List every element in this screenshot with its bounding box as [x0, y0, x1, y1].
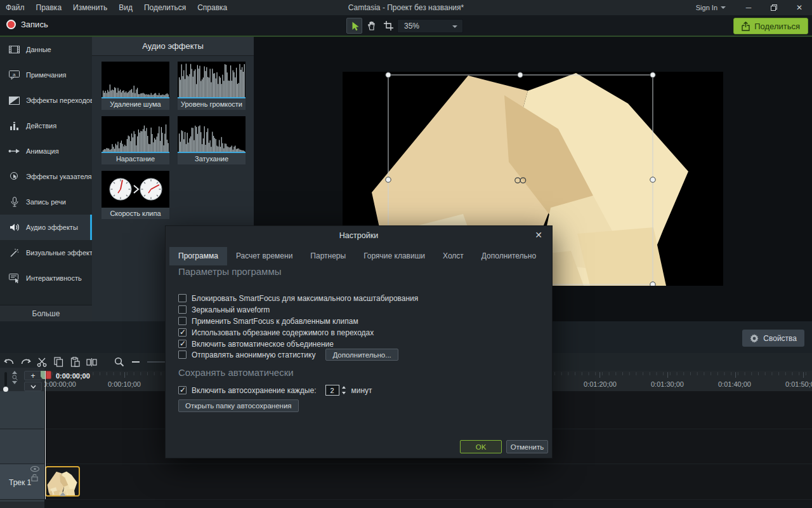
magic-wand-icon	[8, 248, 20, 258]
open-autosave-folder-button[interactable]: Открыть папку автосохранения	[178, 399, 299, 412]
svg-text:a: a	[13, 71, 16, 77]
checkbox-row[interactable]: Отправлять анонимную статистику Дополнит…	[178, 349, 398, 360]
ruler-label: 0:01:40;00	[718, 380, 751, 388]
timeline-scrollbar[interactable]	[0, 502, 812, 508]
checkbox[interactable]	[178, 305, 187, 314]
timeline-gutter: +	[0, 368, 44, 391]
autosave-checkbox-row[interactable]: Включить автосохранение каждые: 2 минут	[178, 385, 372, 396]
canvas-zoom-dropdown[interactable]: 35%	[397, 19, 463, 33]
camtasia-window: Camtasia - Проект без названия* Файл Пра…	[0, 0, 812, 508]
sidebar-item-audio-effects[interactable]: Аудио эффекты	[0, 215, 92, 240]
gear-icon	[750, 334, 759, 343]
checkbox[interactable]	[178, 340, 187, 348]
main-toolbar: Запись 35% Поделиться	[0, 15, 812, 37]
track-lock-icon[interactable]	[31, 472, 38, 484]
autosave-interval-stepper[interactable]	[341, 385, 346, 396]
microphone-icon	[8, 197, 20, 207]
dialog-close-icon[interactable]: ✕	[533, 230, 544, 240]
sidebar-item-cursor-effects[interactable]: Эффекты указателя	[0, 164, 92, 189]
checkbox-row[interactable]: Использовать обрезание содержимого в пер…	[178, 327, 374, 338]
interactivity-icon	[8, 274, 20, 283]
media-icon	[8, 45, 20, 54]
advanced-button[interactable]: Дополнительно...	[325, 349, 398, 361]
tab-partners[interactable]: Партнеры	[301, 247, 355, 265]
sidebar-item-interactivity[interactable]: Интерактивность	[0, 265, 92, 291]
chevron-down-icon	[721, 6, 726, 9]
paste-button[interactable]	[67, 354, 82, 370]
cursor-effects-icon	[8, 171, 20, 182]
chevron-down-icon	[452, 25, 457, 28]
menu-file[interactable]: Файл	[0, 0, 30, 15]
tab-advanced[interactable]: Дополнительно	[473, 247, 545, 265]
autosave-interval-input[interactable]: 2	[325, 385, 339, 396]
track-height-slider-handle[interactable]	[3, 387, 8, 392]
playhead-line[interactable]	[45, 371, 46, 499]
sidebar-item-voice-narration[interactable]: Запись речи	[0, 189, 92, 215]
clip-marker-icon[interactable]	[60, 492, 66, 496]
track-header-empty	[0, 429, 44, 464]
ok-button[interactable]: OK	[460, 440, 502, 453]
dialog-tabs: Программа Расчет времени Партнеры Горячи…	[169, 247, 545, 265]
tab-program[interactable]: Программа	[169, 247, 227, 265]
effect-fade-in[interactable]: Нарастание	[102, 116, 169, 164]
sidebar-item-visual-effects[interactable]: Визуальные эффекты	[0, 240, 92, 265]
sidebar-item-behaviors[interactable]: Действия	[0, 113, 92, 138]
checkbox-row[interactable]: Зеркальный waveform	[178, 304, 270, 315]
effect-clip-speed[interactable]: Скорость клипа	[102, 171, 169, 219]
sidebar-item-animations[interactable]: Анимация	[0, 138, 92, 164]
menu-share[interactable]: Поделиться	[138, 0, 192, 15]
sidebar-more-button[interactable]: Больше	[0, 305, 92, 321]
pan-tool-button[interactable]	[363, 18, 379, 34]
menu-help[interactable]: Справка	[192, 0, 233, 15]
crop-icon	[384, 21, 393, 30]
sidebar-item-media[interactable]: Данные	[0, 37, 92, 62]
tab-hotkeys[interactable]: Горячие клавиши	[355, 247, 434, 265]
menu-edit[interactable]: Правка	[30, 0, 68, 15]
tab-canvas[interactable]: Холст	[434, 247, 473, 265]
sidebar-item-transitions[interactable]: Эффекты переходов	[0, 88, 92, 113]
crop-tool-button[interactable]	[381, 18, 396, 34]
checkbox-row[interactable]: Применить SmartFocus к добавленным клипа…	[178, 316, 358, 326]
menu-modify[interactable]: Изменить	[67, 0, 113, 15]
effect-noise-removal[interactable]: Удаление шума	[102, 62, 169, 110]
checkbox[interactable]	[178, 328, 187, 337]
effect-volume-level[interactable]: Уровень громкости	[178, 62, 246, 110]
zoom-out-arrow-icon[interactable]	[12, 381, 17, 384]
add-track-button[interactable]: +	[24, 371, 42, 380]
effect-fade-out[interactable]: Затухание	[178, 116, 246, 164]
panel-title: Аудио эффекты	[92, 37, 254, 56]
select-tool-button[interactable]	[346, 18, 362, 34]
zoom-out-button[interactable]	[128, 354, 143, 370]
ruler-label: 0:01:20;00	[584, 380, 617, 388]
ruler-label: 0:00:00;00	[43, 380, 76, 388]
track-height-slider[interactable]	[4, 372, 7, 386]
sidebar: Данные a Примечания Эффекты переходов Де…	[0, 37, 92, 321]
playhead-out-flag[interactable]	[46, 371, 51, 379]
share-button[interactable]: Поделиться	[733, 18, 808, 34]
split-button[interactable]	[84, 354, 99, 370]
checkbox[interactable]	[178, 351, 187, 359]
menu-view[interactable]: Вид	[113, 0, 138, 15]
checkbox[interactable]	[178, 386, 187, 394]
close-button[interactable]: ✕	[787, 0, 812, 15]
sign-in-button[interactable]: Sign In	[696, 4, 726, 11]
checkbox-row[interactable]: Блокировать SmartFocus для максимального…	[178, 293, 418, 304]
maximize-button[interactable]	[761, 0, 787, 15]
zoom-in-arrow-icon[interactable]	[12, 371, 17, 374]
collapse-tracks-button[interactable]	[24, 382, 42, 391]
checkbox[interactable]	[178, 317, 187, 325]
cancel-button[interactable]: Отменить	[506, 440, 548, 453]
autosave-minutes-label: минут	[351, 386, 372, 395]
minimize-button[interactable]: ─	[736, 0, 761, 15]
checkbox-row[interactable]: Включить автоматическое объединение	[178, 338, 334, 349]
properties-button[interactable]: Свойства	[742, 330, 804, 347]
record-button[interactable]: Запись	[6, 20, 48, 29]
settings-dialog: Настройки ✕ Программа Расчет времени Пар…	[165, 225, 553, 458]
magnifier-icon	[12, 375, 18, 380]
tab-timing[interactable]: Расчет времени	[227, 247, 301, 265]
checkbox[interactable]	[178, 294, 187, 302]
copy-button[interactable]	[51, 354, 66, 370]
sidebar-item-annotations[interactable]: a Примечания	[0, 62, 92, 88]
zoom-timeline-icon[interactable]	[112, 354, 127, 370]
cursor-icon	[350, 21, 360, 31]
